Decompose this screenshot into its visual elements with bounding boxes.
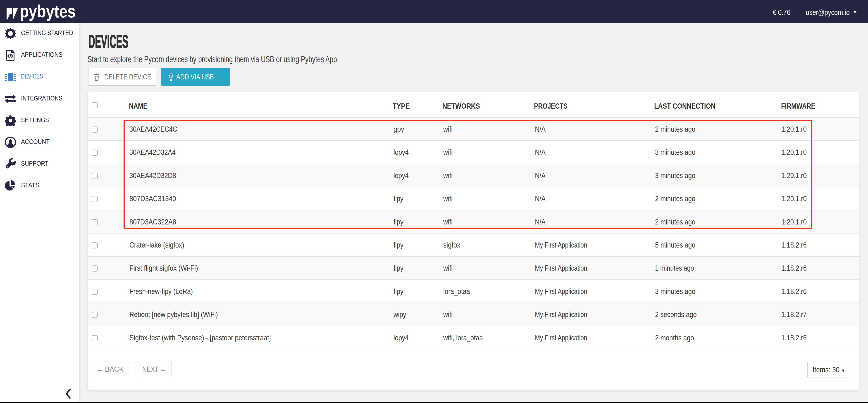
svg-text:DEVICES: DEVICES bbox=[89, 33, 128, 49]
